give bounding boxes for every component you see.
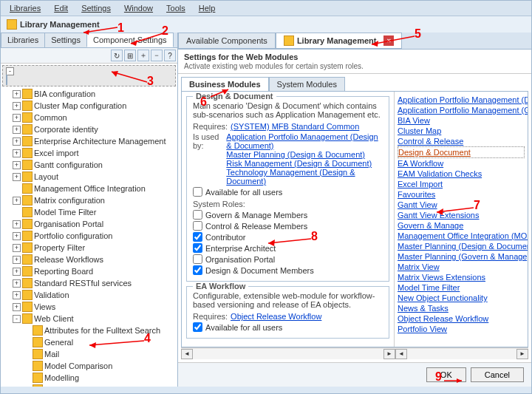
tab-settings[interactable]: Settings [44, 33, 87, 47]
toolbar-button[interactable]: ↻ [111, 50, 123, 61]
module-link[interactable]: Control & Release [398, 136, 525, 146]
expand-icon[interactable]: + [13, 256, 21, 264]
role-checkbox[interactable]: Enterprise Architect [193, 243, 383, 253]
tree-node[interactable]: +BIA configuration [2, 88, 176, 100]
module-link[interactable]: New Object Functionality [398, 293, 525, 303]
expand-icon[interactable]: - [13, 315, 21, 323]
expand-icon[interactable]: + [13, 197, 21, 205]
toolbar-button[interactable]: － [151, 50, 163, 61]
tree-node[interactable]: +Common [2, 112, 176, 123]
scroll-left-icon[interactable]: ◄ [181, 349, 193, 359]
checkbox[interactable] [193, 232, 202, 242]
checkbox[interactable] [193, 187, 202, 197]
expand-icon[interactable]: + [13, 232, 21, 240]
used-by-link[interactable]: Application Portfolio Management (Design… [226, 132, 383, 150]
module-link[interactable]: Cluster Map [398, 126, 525, 136]
tree-node[interactable]: +Gantt configuration [2, 159, 176, 171]
module-link[interactable]: Matrix View [398, 262, 525, 272]
expand-icon[interactable]: + [13, 279, 21, 288]
tree-node[interactable]: Management Office Integration [2, 183, 176, 194]
used-by-link[interactable]: Risk Management (Design & Document) [226, 159, 383, 168]
expand-icon[interactable]: + [13, 102, 21, 110]
tree-node[interactable]: Model Time Filter [2, 206, 176, 218]
expand-icon[interactable]: + [13, 137, 21, 146]
module-link[interactable]: Gantt View Extensions [398, 210, 525, 220]
scroll-right-icon[interactable]: ► [516, 349, 528, 359]
checkbox[interactable] [193, 265, 202, 275]
tree-node[interactable]: +Enterprise Architecture Management [2, 135, 176, 147]
tree-node[interactable]: +Matrix configuration [2, 194, 176, 206]
checkbox[interactable] [193, 221, 202, 231]
used-by-link[interactable]: Technology Management (Design & Document… [226, 168, 383, 186]
module-link[interactable]: Master Planning (Govern & Manage) [398, 251, 525, 262]
tree-node[interactable]: General [2, 336, 176, 348]
module-link[interactable]: Design & Document [398, 146, 525, 158]
role-checkbox[interactable]: Contributor [193, 232, 383, 242]
tab-component-settings[interactable]: Component Settings [86, 33, 174, 47]
role-checkbox[interactable]: Govern & Manage Members [193, 210, 383, 220]
tab-libraries[interactable]: Libraries [1, 33, 45, 47]
scrollbar[interactable]: ◄► [395, 347, 528, 359]
toolbar-button[interactable]: ⊞ [124, 50, 136, 61]
checkbox[interactable] [193, 322, 202, 332]
tree-node[interactable]: Mail [2, 348, 176, 360]
checkbox[interactable] [193, 243, 202, 253]
menu-tools[interactable]: Tools [160, 2, 191, 14]
tree-node[interactable]: +Validation [2, 289, 176, 301]
module-link[interactable]: Model Time Filter [398, 282, 525, 293]
scroll-right-icon[interactable]: ► [383, 349, 395, 359]
module-link[interactable]: Portfolio View [398, 324, 525, 334]
module-link[interactable]: Gantt View [398, 200, 525, 210]
tree-node[interactable]: - [2, 65, 176, 86]
expand-icon[interactable]: + [13, 303, 21, 311]
tree-node[interactable]: +Corporate identity [2, 123, 176, 135]
menu-settings[interactable]: Settings [75, 2, 117, 14]
module-link[interactable]: Govern & Manage [398, 220, 525, 231]
tree-node[interactable]: -Web Client [2, 313, 176, 325]
tree-node[interactable]: Modelling [2, 372, 176, 384]
expand-icon[interactable]: + [13, 173, 21, 181]
module-list[interactable]: Application Portfolio Management (Design… [395, 92, 528, 347]
expand-icon[interactable]: + [13, 149, 21, 157]
available-all-checkbox[interactable]: Available for all users [193, 322, 383, 332]
expand-icon[interactable]: + [13, 268, 21, 276]
role-checkbox[interactable]: Control & Release Members [193, 221, 383, 231]
tree-node[interactable]: +Cluster Map configuration [2, 100, 176, 112]
tree-node[interactable]: Attributes for the Fulltext Search [2, 325, 176, 336]
ok-button[interactable]: OK [426, 367, 466, 382]
menu-window[interactable]: Window [118, 2, 159, 14]
requires-link[interactable]: Object Release Workflow [231, 312, 321, 321]
toolbar-button[interactable]: ? [164, 50, 176, 61]
expand-icon[interactable]: + [13, 244, 21, 252]
role-checkbox[interactable]: Design & Document Members [193, 265, 383, 275]
cancel-button[interactable]: Cancel [471, 367, 524, 382]
module-link[interactable]: EA Workflow [398, 158, 525, 169]
toolbar-button[interactable]: ＋ [137, 50, 149, 61]
used-by-link[interactable]: Master Planning (Design & Document) [226, 150, 383, 159]
close-icon[interactable]: × [383, 35, 394, 46]
module-link[interactable]: EAM Validation Checks [398, 169, 525, 179]
expand-icon[interactable]: + [13, 291, 21, 299]
expand-icon[interactable]: + [13, 126, 21, 134]
module-link[interactable]: Object Release Workflow [398, 313, 525, 324]
module-link[interactable]: Master Planning (Design & Document) [398, 241, 525, 251]
scroll-left-icon[interactable]: ◄ [395, 349, 407, 359]
requires-link[interactable]: (SYSTEM) MFB Standard Common [231, 122, 359, 131]
module-link[interactable]: Favourites [398, 189, 525, 200]
module-tab[interactable]: Business Modules [181, 77, 269, 91]
tree-node[interactable]: +Release Workflows [2, 254, 176, 265]
tree-node[interactable]: Model Comparison [2, 360, 176, 372]
tree-node[interactable]: +Portfolio configuration [2, 230, 176, 242]
module-link[interactable]: Excel Import [398, 179, 525, 189]
expand-icon[interactable]: + [13, 90, 21, 98]
scrollbar[interactable]: ◄► [181, 347, 395, 359]
module-link[interactable]: Application Portfolio Management (Govern… [398, 105, 525, 115]
doc-tab[interactable]: Library Management× [276, 33, 403, 49]
expand-icon[interactable]: + [13, 220, 21, 228]
tree-node[interactable]: +Reporting Board [2, 265, 176, 277]
tree-node[interactable]: +Layout [2, 171, 176, 183]
expand-icon[interactable]: + [13, 161, 21, 169]
module-link[interactable]: Management Office Integration (MOI) [398, 231, 525, 241]
checkbox[interactable] [193, 210, 202, 220]
tree-node[interactable]: +Standard RESTful services [2, 277, 176, 289]
